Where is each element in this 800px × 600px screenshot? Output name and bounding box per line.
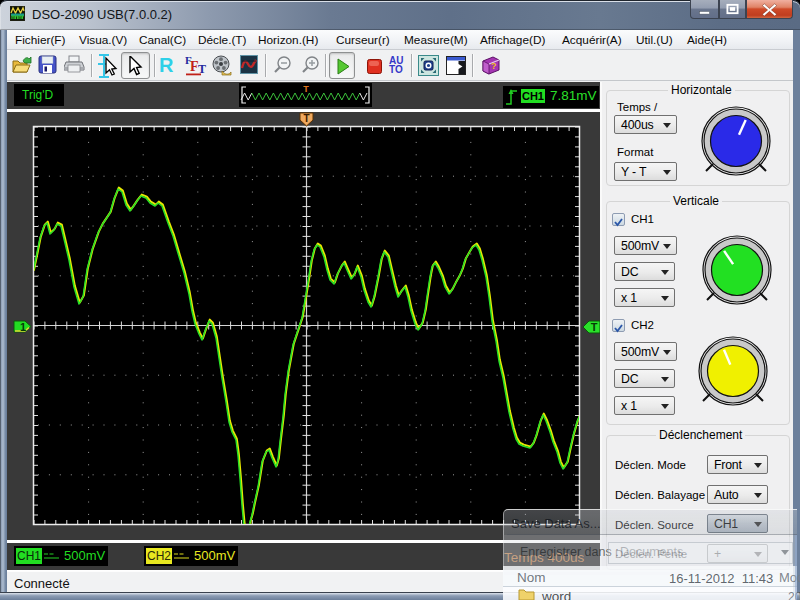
svg-text:T: T [303, 84, 309, 94]
svg-text:?: ? [491, 61, 497, 71]
svg-text:T: T [591, 321, 598, 333]
svg-text:1: 1 [20, 321, 26, 333]
svg-text:T: T [303, 113, 309, 124]
